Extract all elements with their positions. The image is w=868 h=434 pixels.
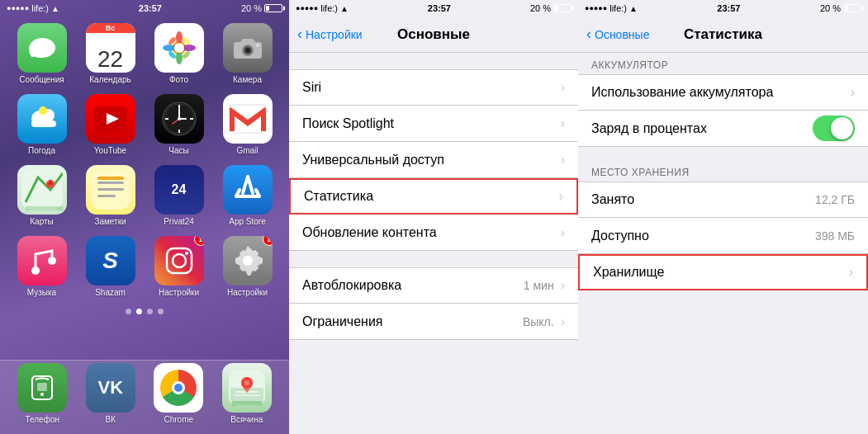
- universal-chevron-icon: ›: [561, 153, 565, 167]
- dot-4: [158, 309, 164, 314]
- app-settings[interactable]: 1 Настройки: [219, 236, 276, 297]
- weather-label: Погода: [28, 146, 55, 155]
- dock: Телефон VK ВК Chrome: [0, 360, 289, 434]
- maps-icon: [17, 165, 67, 215]
- status-right-2: 20 %: [530, 3, 572, 13]
- stats-back-button[interactable]: ‹ Основные: [586, 26, 649, 43]
- nav-title-general: Основные: [397, 26, 470, 43]
- autolock-chevron-icon: ›: [561, 278, 565, 293]
- page-dots: [0, 304, 289, 319]
- battery-icon-2: [553, 4, 572, 12]
- settings-row-autolock[interactable]: Автоблокировка 1 мин ›: [289, 267, 578, 304]
- restrictions-status: Выкл.: [523, 315, 554, 328]
- battery-percent-toggle[interactable]: [813, 116, 855, 141]
- dock-phone[interactable]: Телефон: [17, 363, 67, 424]
- statistics-value: ›: [556, 189, 563, 204]
- iphone-home-screen: ●●●●● life:) ▲ 23:57 20 % Сообщения Вс 2…: [0, 0, 289, 434]
- back-chevron-icon: ‹: [297, 26, 302, 43]
- storage-used-label: Занято: [591, 192, 634, 207]
- app-notes[interactable]: Заметки: [82, 165, 139, 226]
- app-messages[interactable]: Сообщения: [13, 23, 70, 84]
- spotlight-chevron-icon: ›: [561, 116, 565, 131]
- dock-chrome[interactable]: Chrome: [154, 363, 203, 424]
- app-music[interactable]: Музыка: [13, 236, 70, 297]
- restrictions-label: Ограничения: [302, 314, 383, 329]
- svg-rect-53: [234, 394, 260, 396]
- svg-rect-37: [97, 182, 124, 184]
- app-youtube[interactable]: YouTube: [82, 94, 139, 155]
- calendar-icon: Вс 22: [86, 23, 135, 73]
- app-row-2: Погода YouTube: [0, 87, 289, 162]
- phone-icon: [17, 363, 67, 413]
- youtube-icon: [86, 94, 135, 144]
- clock-label: Часы: [168, 146, 188, 155]
- time-1: 23:57: [139, 3, 162, 13]
- chrome-inner: [172, 381, 185, 394]
- statistics-chevron-icon: ›: [559, 189, 563, 204]
- app-privat24[interactable]: 24 Privat24: [150, 165, 207, 226]
- clock-icon: [154, 94, 204, 144]
- settings-row-spotlight[interactable]: Поиск Spotlight ›: [289, 106, 578, 142]
- restrictions-value: Выкл. ›: [523, 314, 565, 329]
- settings-row-universal[interactable]: Универсальный доступ ›: [289, 142, 578, 178]
- svg-point-14: [256, 44, 259, 47]
- svg-rect-17: [31, 120, 56, 127]
- maps2-icon: [222, 363, 272, 413]
- stats-row-battery-percent[interactable]: Заряд в процентах: [578, 111, 868, 147]
- settings-row-statistics[interactable]: Статистика ›: [289, 178, 578, 215]
- messages-icon: [17, 23, 67, 73]
- maps-label: Карты: [30, 217, 54, 226]
- app-photos[interactable]: Фото: [150, 23, 207, 84]
- app-weather[interactable]: Погода: [13, 94, 70, 155]
- instagram-badge: 1: [194, 236, 204, 246]
- notes-icon: [86, 165, 135, 215]
- battery-usage-label: Использование аккумулятора: [591, 85, 773, 100]
- status-left-2: ●●●●● life:) ▲: [296, 3, 349, 13]
- battery-icon-3: [843, 4, 861, 12]
- svg-point-3: [163, 45, 176, 51]
- app-gmail[interactable]: Gmail: [219, 94, 276, 155]
- back-label: Настройки: [306, 28, 363, 41]
- weather-icon: [17, 94, 67, 144]
- content-update-value: ›: [557, 225, 565, 240]
- svg-point-9: [174, 43, 184, 53]
- status-right-3: 20 %: [820, 3, 861, 13]
- back-button[interactable]: ‹ Настройки: [297, 26, 363, 43]
- dot-3: [147, 309, 153, 314]
- settings-row-siri[interactable]: Siri ›: [289, 69, 578, 106]
- app-appstore[interactable]: App Store: [219, 165, 276, 226]
- appstore-label: App Store: [229, 217, 265, 226]
- app-calendar[interactable]: Вс 22 Календарь: [82, 23, 139, 84]
- stats-row-battery-usage[interactable]: Использование аккумулятора ›: [578, 74, 868, 111]
- stats-row-storage-used: Занято 12,2 ГБ: [578, 182, 868, 218]
- dock-maps2[interactable]: Всячина: [222, 363, 272, 424]
- settings-row-restrictions[interactable]: Ограничения Выкл. ›: [289, 304, 578, 340]
- maps2-label: Всячина: [230, 415, 263, 424]
- svg-rect-33: [21, 169, 63, 210]
- dock-vk[interactable]: VK ВК: [86, 363, 135, 424]
- statistics-list: АККУМУЛЯТОР Использование аккумулятора ›…: [578, 53, 868, 434]
- storage-free-amount: 398 МБ: [815, 229, 855, 243]
- stats-row-storage-detail[interactable]: Хранилище ›: [578, 254, 868, 290]
- battery-usage-chevron-icon: ›: [851, 85, 855, 100]
- signal-dots-1: ●●●●●: [7, 4, 29, 12]
- app-clock[interactable]: Часы: [150, 94, 207, 155]
- svg-rect-49: [37, 383, 47, 391]
- dot-2: [136, 309, 142, 314]
- wifi-icon-2: ▲: [340, 4, 349, 13]
- app-camera[interactable]: Камера: [219, 23, 276, 84]
- app-shazam[interactable]: S Shazam: [82, 236, 139, 297]
- autolock-value: 1 мин ›: [524, 278, 565, 293]
- wifi-icon-1: ▲: [51, 4, 59, 13]
- settings-row-content-update[interactable]: Обновление контента ›: [289, 215, 578, 251]
- app-maps[interactable]: Карты: [13, 165, 70, 226]
- signal-dots-3: ●●●●●: [585, 4, 607, 12]
- carrier-2: life:): [320, 3, 338, 13]
- app-row-4: Музыка S Shazam 1 Настройки 1: [0, 229, 289, 304]
- gmail-label: Gmail: [236, 146, 258, 155]
- svg-point-42: [48, 257, 56, 265]
- statistics-label: Статистика: [304, 189, 373, 204]
- stats-row-storage-free: Доступно 398 МБ: [578, 218, 868, 254]
- app-instagram[interactable]: 1 Настройки: [150, 236, 207, 297]
- siri-label: Siri: [302, 80, 321, 95]
